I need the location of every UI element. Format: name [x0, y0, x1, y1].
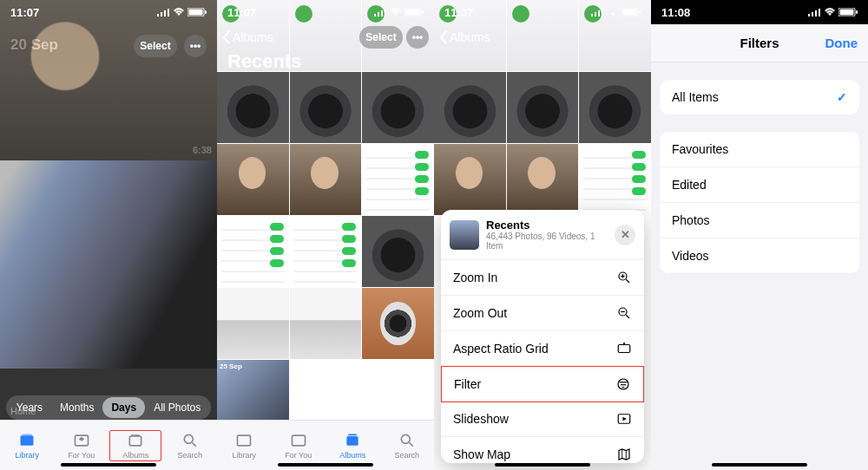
status-indicators: [808, 8, 858, 16]
day-card-1[interactable]: 25 Sep Birmingham +135: [0, 160, 217, 369]
more-button[interactable]: •••: [406, 26, 429, 49]
grid-thumb[interactable]: [362, 144, 434, 215]
status-time: 11:07: [444, 6, 473, 19]
wifi-icon: [390, 8, 402, 16]
chevron-left-icon: [439, 30, 448, 44]
svg-rect-21: [238, 435, 251, 446]
svg-point-25: [401, 434, 410, 443]
svg-rect-52: [815, 10, 817, 16]
menu-zoom-out[interactable]: Zoom Out: [441, 296, 644, 331]
filter-favourites[interactable]: Favourites: [660, 132, 859, 167]
svg-rect-1: [161, 12, 162, 16]
menu-filter[interactable]: Filter: [441, 366, 644, 402]
grid-thumb[interactable]: [290, 288, 362, 359]
home-indicator[interactable]: [712, 463, 807, 467]
cellular-icon: [591, 8, 604, 16]
play-icon: [616, 411, 632, 427]
select-button[interactable]: Select: [359, 26, 403, 49]
tab-search[interactable]: Search: [381, 432, 433, 460]
svg-rect-30: [602, 9, 603, 16]
grid-thumb[interactable]: [362, 216, 434, 287]
select-button[interactable]: Select: [134, 35, 177, 57]
battery-icon: [404, 8, 424, 16]
grid-thumb[interactable]: [362, 288, 434, 359]
svg-rect-17: [385, 9, 386, 16]
grid-thumb[interactable]: [362, 72, 434, 143]
svg-rect-7: [21, 435, 34, 446]
svg-rect-6: [205, 10, 207, 14]
grid-thumb[interactable]: [217, 72, 289, 143]
svg-rect-50: [808, 14, 810, 16]
video-duration: 6:38: [193, 145, 212, 155]
tab-albums[interactable]: Albums: [326, 432, 378, 460]
svg-rect-11: [131, 434, 140, 436]
status-time: 11:07: [227, 6, 256, 19]
tab-library[interactable]: Library: [1, 432, 53, 460]
days-scroll[interactable]: 20 Sep 6:38 25 Sep Birmingham +135 Selec…: [0, 0, 217, 470]
chevron-left-icon: [222, 30, 231, 44]
menu-aspect-grid[interactable]: Aspect Ratio Grid: [441, 331, 644, 367]
battery-icon: [187, 8, 207, 16]
grid-thumb[interactable]: [217, 288, 289, 359]
segment-days[interactable]: Days: [102, 397, 145, 418]
sheet-thumbnail: [450, 220, 479, 250]
home-indicator[interactable]: [495, 463, 590, 467]
grid-thumb[interactable]: [217, 216, 289, 287]
tab-library[interactable]: Library: [218, 432, 270, 460]
menu-show-map[interactable]: Show Map: [441, 437, 644, 463]
more-button[interactable]: •••: [184, 35, 207, 57]
wifi-icon: [173, 8, 185, 16]
grid-thumb[interactable]: [290, 72, 362, 143]
filter-edited[interactable]: Edited: [660, 167, 859, 203]
zoom-in-icon: [616, 270, 632, 285]
sheet-overlay: Recents 46,443 Photos, 96 Videos, 1 Item…: [434, 210, 651, 470]
ellipsis-icon: •••: [412, 31, 424, 43]
segment-years[interactable]: Years: [8, 397, 51, 418]
cellular-icon: [808, 8, 821, 16]
status-indicators: [591, 8, 641, 16]
segment-all-photos[interactable]: All Photos: [145, 397, 209, 418]
filters-nav: Filters Done: [651, 24, 868, 62]
svg-rect-15: [378, 12, 379, 16]
svg-rect-53: [819, 9, 820, 16]
menu-slideshow[interactable]: Slideshow: [441, 401, 644, 437]
day-location-1: Birmingham: [10, 186, 62, 197]
filter-icon: [615, 376, 631, 392]
back-button[interactable]: Albums: [222, 30, 273, 44]
tab-albums[interactable]: Albums: [109, 430, 161, 461]
home-indicator[interactable]: [278, 463, 373, 467]
screen-library-days: 11:07 20 Sep 6:38 25 Sep Birmingham +135…: [0, 0, 217, 470]
ellipsis-icon: •••: [190, 40, 201, 52]
tab-for-you[interactable]: For You: [273, 432, 325, 460]
status-time: 11:07: [10, 6, 39, 19]
svg-line-35: [626, 279, 629, 283]
menu-zoom-in[interactable]: Zoom In: [441, 260, 644, 296]
tab-search[interactable]: Search: [164, 432, 216, 460]
back-button[interactable]: Albums: [439, 30, 490, 44]
close-button[interactable]: ✕: [615, 225, 635, 245]
view-segment-control: Years Months Days All Photos: [0, 395, 217, 420]
svg-rect-19: [406, 10, 420, 16]
svg-rect-56: [856, 10, 858, 14]
done-button[interactable]: Done: [825, 36, 858, 50]
album-title: Recents: [227, 50, 302, 73]
day-date-1: 25 Sep: [10, 169, 58, 186]
screen-recents-actionsheet: 11:07 Albums Recents 46,443 Photos, 96 V…: [434, 0, 651, 470]
wifi-icon: [607, 8, 619, 16]
action-sheet: Recents 46,443 Photos, 96 Videos, 1 Item…: [441, 210, 644, 463]
filter-all-items[interactable]: All Items ✓: [660, 80, 859, 114]
grid-thumb[interactable]: [290, 216, 362, 287]
svg-rect-28: [595, 12, 596, 16]
svg-rect-2: [164, 10, 166, 16]
filter-photos[interactable]: Photos: [660, 203, 859, 238]
grid-thumb[interactable]: [290, 144, 362, 215]
svg-rect-33: [639, 10, 641, 14]
grid-thumb[interactable]: [217, 144, 289, 215]
filter-videos[interactable]: Videos: [660, 238, 859, 273]
day-date-0: 20 Sep: [10, 36, 58, 54]
segment-months[interactable]: Months: [51, 397, 102, 418]
tab-for-you[interactable]: For You: [56, 432, 108, 460]
home-indicator[interactable]: [61, 463, 156, 467]
svg-point-12: [184, 434, 193, 443]
svg-rect-3: [168, 9, 169, 16]
